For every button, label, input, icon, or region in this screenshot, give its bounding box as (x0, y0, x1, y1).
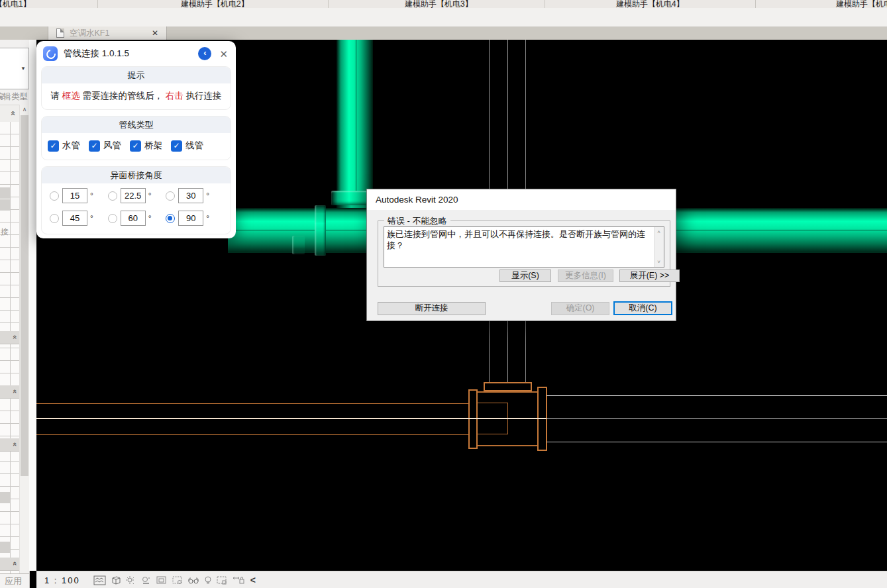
angle-option-45[interactable]: 45° (50, 211, 108, 226)
window-title-segment[interactable]: 建模助手【机电5】 (755, 0, 887, 8)
visual-style-icon[interactable] (110, 575, 121, 585)
window-title-segment[interactable]: 建模助手【机电1】 (0, 0, 98, 8)
angle-value-input[interactable]: 45 (62, 211, 87, 226)
angle-option-22.5[interactable]: 22.5° (108, 188, 166, 203)
window-title-segment[interactable]: 建模助手【机电3】 (328, 0, 545, 8)
property-value-cell (0, 542, 10, 553)
dialog-title-bar[interactable]: Autodesk Revit 2020 (367, 189, 676, 210)
show-button[interactable]: 显示(S) (499, 270, 551, 282)
checkbox-checked-icon[interactable]: ✓ (89, 140, 100, 152)
checkbox-checked-icon[interactable]: ✓ (48, 140, 59, 152)
window-title-segment[interactable]: 建模助手【机电4】 (545, 0, 756, 8)
ok-button: 确定(O) (551, 302, 609, 315)
crop-view-icon[interactable] (156, 575, 168, 585)
bridge-angle-group-header: 异面桥接角度 (42, 167, 231, 183)
tee-left-flange[interactable] (468, 389, 478, 449)
collapse-status-bar-icon[interactable]: < (250, 575, 256, 585)
radio-icon[interactable] (50, 214, 59, 223)
lower-pipe-coupling-ring[interactable] (292, 236, 305, 254)
plugin-title: 管线连接 1.0.1.5 (64, 48, 129, 60)
detail-level-icon[interactable] (93, 575, 106, 585)
radio-icon[interactable] (108, 214, 117, 223)
pipe-type-group: 管线类型 ✓水管 ✓风管 ✓桥架 ✓线管 (41, 116, 231, 160)
radio-selected-icon[interactable] (166, 214, 175, 223)
pipe-centerline[interactable] (36, 418, 547, 419)
back-circle-icon[interactable]: ‹ (198, 47, 211, 60)
pipe-coupling-ring[interactable] (315, 205, 326, 256)
checkbox-conduit[interactable]: ✓线管 (171, 140, 203, 152)
show-crop-region-icon[interactable] (172, 575, 183, 585)
angle-option-90[interactable]: 90° (166, 211, 224, 226)
document-icon (56, 28, 64, 38)
view-tab-label: 空调水KF1 (70, 28, 109, 39)
collapse-section-icon[interactable]: « (10, 111, 17, 115)
view-tab-active[interactable]: 空调水KF1 ✕ (48, 26, 167, 40)
tab-close-icon[interactable]: ✕ (152, 28, 158, 38)
sun-path-icon[interactable] (125, 575, 136, 585)
checkbox-water-pipe[interactable]: ✓水管 (48, 140, 80, 152)
angle-value-input[interactable]: 90 (178, 211, 203, 226)
edit-type-button[interactable]: 编辑类型 (0, 91, 28, 103)
window-title: 建模助手【机电5】 (836, 0, 887, 8)
view-tab-bar: 空调水KF1 ✕ (0, 26, 887, 40)
pipe-plan-line[interactable] (547, 395, 887, 396)
section-header-row[interactable]: « (0, 558, 19, 571)
angle-option-60[interactable]: 60° (108, 211, 166, 226)
radio-icon[interactable] (108, 191, 117, 201)
disconnect-button[interactable]: 断开连接 (378, 302, 486, 315)
plugin-logo-icon (43, 46, 58, 61)
temporary-view-properties-icon[interactable] (216, 575, 228, 585)
scroll-up-icon[interactable]: ∧ (20, 106, 29, 113)
hint-group: 提示 请 框选 需要连接的管线后， 右击 执行连接 (41, 66, 231, 110)
chevron-down-icon: ▼ (21, 66, 26, 72)
checkbox-checked-icon[interactable]: ✓ (130, 140, 141, 152)
window-title-segment[interactable]: 建模助手【机电2】 (97, 0, 329, 8)
angle-value-input[interactable]: 22.5 (121, 188, 146, 203)
view-control-bar: 1 : 100 < (36, 571, 887, 588)
revit-error-dialog: Autodesk Revit 2020 错误 - 不能忽略 族已连接到管网中，并… (366, 189, 676, 321)
tee-top-collar[interactable] (484, 382, 532, 391)
apply-button[interactable]: 应用 (0, 573, 30, 588)
plugin-close-icon[interactable]: ✕ (219, 49, 228, 59)
section-header-row[interactable]: « (0, 385, 19, 399)
pipe-type-group-header: 管线类型 (42, 117, 231, 133)
checkbox-checked-icon[interactable]: ✓ (171, 140, 182, 152)
scroll-up-icon[interactable]: ˄ (654, 229, 663, 235)
angle-value-input[interactable]: 60 (121, 211, 146, 226)
error-message-box[interactable]: 族已连接到管网中，并且可以不再保持连接。是否断开族与管网的连接？ ˄ ˅ (384, 226, 664, 268)
view-scale-button[interactable]: 1 : 100 (44, 575, 80, 585)
message-scrollbar[interactable]: ˄ ˅ (654, 227, 664, 267)
angle-value-input[interactable]: 30 (178, 188, 203, 203)
shadows-icon[interactable] (140, 575, 152, 585)
temporary-hide-isolate-icon[interactable] (187, 575, 200, 585)
window-title: 建模助手【机电2】 (181, 0, 249, 8)
panel-canvas-gap (29, 40, 36, 571)
pipe-centerline[interactable] (547, 418, 887, 419)
angle-option-30[interactable]: 30° (166, 188, 224, 203)
cancel-button[interactable]: 取消(C) (613, 301, 672, 315)
angle-option-15[interactable]: 15° (50, 188, 108, 203)
pipe-plan-line[interactable] (36, 434, 468, 435)
reveal-constraints-icon[interactable] (232, 575, 245, 585)
radio-icon[interactable] (166, 191, 175, 201)
bridge-angle-group: 异面桥接角度 15° 22.5° 30° 45° 60° 90° (41, 166, 231, 234)
properties-palette: ▼ 编辑类型 « « « « « 接 ∧ ∨ 应用 (0, 40, 30, 588)
tee-body-bottom-line (478, 445, 537, 446)
angle-value-input[interactable]: 15 (62, 188, 87, 203)
checkbox-duct[interactable]: ✓风管 (89, 140, 121, 152)
expand-button[interactable]: 展开(E) >> (619, 270, 680, 282)
pipe-plan-line[interactable] (36, 403, 468, 404)
error-message-text: 族已连接到管网中，并且可以不再保持连接。是否断开族与管网的连接？ (387, 228, 652, 251)
scroll-down-icon[interactable]: ˅ (654, 259, 663, 265)
radio-icon[interactable] (50, 191, 59, 201)
palette-scrollbar[interactable]: ∧ ∨ (19, 105, 29, 588)
checkbox-cable-tray[interactable]: ✓桥架 (130, 140, 162, 152)
plugin-header: 管线连接 1.0.1.5 ‹ ✕ (36, 41, 236, 66)
reveal-hidden-elements-icon[interactable] (204, 575, 212, 585)
type-selector-dropdown[interactable]: ▼ (0, 48, 29, 89)
pipe-plan-line[interactable] (547, 442, 887, 442)
vertical-green-pipe[interactable] (337, 40, 373, 199)
scrollbar-thumb[interactable] (21, 115, 28, 476)
section-header-row[interactable]: « (0, 331, 19, 344)
section-header-row[interactable]: « (0, 438, 19, 452)
